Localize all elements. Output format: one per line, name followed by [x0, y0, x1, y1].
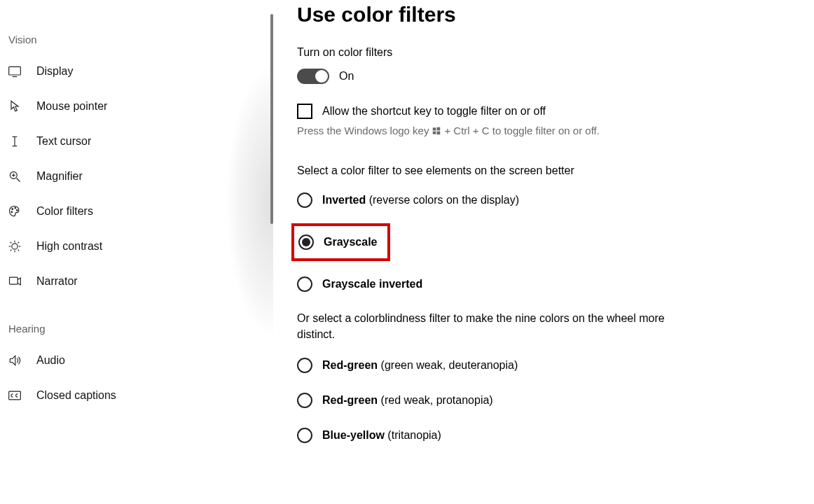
mouse-pointer-icon: [7, 99, 22, 114]
svg-point-13: [12, 244, 18, 249]
sidebar-item-label: High contrast: [36, 240, 102, 253]
svg-line-18: [11, 242, 12, 244]
radio-grayscale-inverted[interactable]: Grayscale inverted: [297, 275, 793, 293]
sidebar-item-magnifier[interactable]: Magnifier: [0, 159, 273, 194]
sidebar-item-color-filters[interactable]: Color filters: [0, 194, 273, 229]
sidebar-item-label: Mouse pointer: [36, 100, 107, 113]
svg-rect-0: [9, 66, 21, 75]
color-filters-toggle-row: On: [297, 69, 793, 84]
svg-rect-23: [9, 391, 21, 400]
shortcut-checkbox[interactable]: [297, 104, 312, 119]
closed-captions-icon: [7, 388, 22, 403]
windows-key-icon: [432, 126, 441, 136]
filter-select-label: Select a color filter to see elements on…: [297, 164, 793, 177]
highlight-box: Grayscale: [291, 223, 390, 261]
svg-rect-24: [433, 127, 436, 130]
content-pane: Use color filters Turn on color filters …: [273, 0, 814, 504]
colorblind-intro: Or select a colorblindness filter to mak…: [297, 310, 689, 342]
radio-tritanopia-label: Blue-yellow (tritanopia): [322, 429, 441, 442]
svg-rect-25: [437, 127, 441, 130]
sidebar-scrollbar[interactable]: [270, 14, 273, 224]
sidebar-item-label: Text cursor: [36, 135, 91, 148]
sidebar-item-label: Magnifier: [36, 170, 83, 183]
color-filters-toggle[interactable]: [297, 69, 329, 84]
svg-line-19: [18, 250, 20, 251]
shortcut-hint: Press the Windows logo key + Ctrl + C to…: [297, 125, 793, 136]
radio-deuteranopia-control[interactable]: [297, 358, 312, 373]
svg-point-9: [12, 209, 13, 210]
text-cursor-icon: [7, 134, 22, 149]
sidebar-item-label: Color filters: [36, 205, 93, 218]
toggle-section-label: Turn on color filters: [297, 46, 793, 59]
sidebar-item-high-contrast[interactable]: High contrast: [0, 229, 273, 264]
radio-deuteranopia[interactable]: Red-green (green weak, deuteranopia): [297, 356, 793, 374]
display-icon: [7, 64, 22, 79]
svg-point-12: [11, 211, 13, 213]
audio-icon: [7, 353, 22, 368]
sidebar-item-label: Display: [36, 65, 73, 78]
radio-grayscale-label: Grayscale: [324, 236, 378, 248]
svg-line-20: [11, 250, 12, 251]
sidebar: Vision Display Mouse pointer Text cursor…: [0, 0, 273, 504]
radio-inverted[interactable]: Inverted (reverse colors on the display): [297, 191, 793, 209]
page-title: Use color filters: [297, 3, 793, 27]
shortcut-hint-post: + Ctrl + C to toggle filter on or off.: [444, 125, 600, 136]
svg-rect-22: [10, 277, 18, 284]
radio-tritanopia-control[interactable]: [297, 428, 312, 443]
svg-line-21: [18, 242, 20, 244]
radio-deuteranopia-label: Red-green (green weak, deuteranopia): [322, 359, 518, 372]
high-contrast-icon: [7, 239, 22, 254]
settings-window: Vision Display Mouse pointer Text cursor…: [0, 0, 814, 504]
radio-protanopia[interactable]: Red-green (red weak, protanopia): [297, 391, 793, 410]
radio-grayscale[interactable]: Grayscale: [298, 233, 378, 251]
sidebar-item-label: Narrator: [36, 275, 78, 288]
svg-rect-26: [433, 131, 436, 134]
sidebar-item-mouse-pointer[interactable]: Mouse pointer: [0, 89, 273, 124]
toggle-state-label: On: [339, 70, 354, 83]
radio-tritanopia[interactable]: Blue-yellow (tritanopia): [297, 426, 793, 444]
shortcut-hint-pre: Press the Windows logo key: [297, 125, 429, 136]
sidebar-item-closed-captions[interactable]: Closed captions: [0, 378, 273, 413]
narrator-icon: [7, 274, 22, 289]
svg-rect-27: [437, 131, 441, 134]
magnifier-icon: [7, 169, 22, 184]
radio-inverted-control[interactable]: [297, 192, 312, 208]
shortcut-checkbox-label: Allow the shortcut key to toggle filter …: [322, 105, 546, 118]
sidebar-item-label: Audio: [36, 354, 65, 367]
radio-grayscale-control[interactable]: [298, 234, 314, 250]
radio-inverted-label: Inverted (reverse colors on the display): [322, 194, 519, 206]
sidebar-item-label: Closed captions: [36, 389, 116, 402]
radio-protanopia-label: Red-green (red weak, protanopia): [322, 394, 493, 407]
color-filters-icon: [7, 204, 22, 219]
sidebar-group-vision: Vision: [0, 21, 273, 54]
sidebar-group-hearing: Hearing: [0, 299, 273, 343]
svg-line-6: [17, 178, 20, 182]
radio-grayscale-inverted-control[interactable]: [297, 276, 312, 292]
radio-grayscale-inverted-label: Grayscale inverted: [322, 278, 422, 290]
radio-protanopia-control[interactable]: [297, 393, 312, 408]
sidebar-item-audio[interactable]: Audio: [0, 343, 273, 378]
sidebar-item-narrator[interactable]: Narrator: [0, 264, 273, 299]
svg-point-10: [15, 207, 16, 209]
sidebar-item-text-cursor[interactable]: Text cursor: [0, 124, 273, 159]
svg-point-11: [17, 210, 18, 211]
sidebar-item-display[interactable]: Display: [0, 54, 273, 89]
shortcut-checkbox-row: Allow the shortcut key to toggle filter …: [297, 104, 793, 119]
